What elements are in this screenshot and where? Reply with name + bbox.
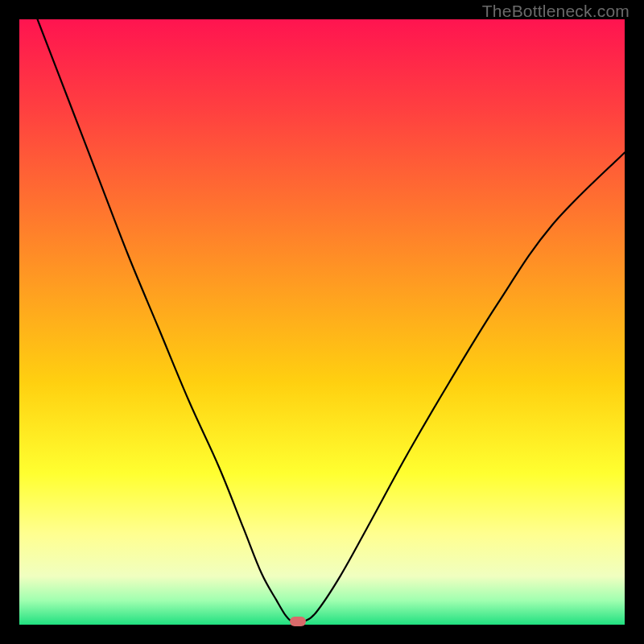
watermark-text: TheBottleneck.com bbox=[482, 2, 630, 21]
chart-plot-area bbox=[19, 19, 625, 625]
minimum-marker bbox=[290, 617, 306, 626]
bottleneck-curve bbox=[19, 19, 625, 625]
